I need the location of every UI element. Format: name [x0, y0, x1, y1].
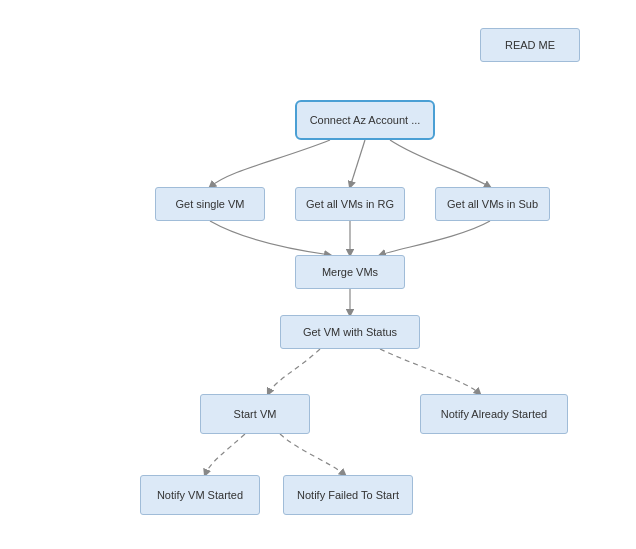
get-vm-status-node[interactable]: Get VM with Status — [280, 315, 420, 349]
diagram-container: READ ME Connect Az Account ... Get singl… — [0, 0, 636, 549]
notify-already-started-node[interactable]: Notify Already Started — [420, 394, 568, 434]
get-all-vms-sub-node[interactable]: Get all VMs in Sub — [435, 187, 550, 221]
connect-az-node[interactable]: Connect Az Account ... — [295, 100, 435, 140]
notify-vm-started-node[interactable]: Notify VM Started — [140, 475, 260, 515]
merge-vms-node[interactable]: Merge VMs — [295, 255, 405, 289]
notify-failed-to-start-node[interactable]: Notify Failed To Start — [283, 475, 413, 515]
get-all-vms-rg-node[interactable]: Get all VMs in RG — [295, 187, 405, 221]
get-single-vm-node[interactable]: Get single VM — [155, 187, 265, 221]
readme-node[interactable]: READ ME — [480, 28, 580, 62]
start-vm-node[interactable]: Start VM — [200, 394, 310, 434]
